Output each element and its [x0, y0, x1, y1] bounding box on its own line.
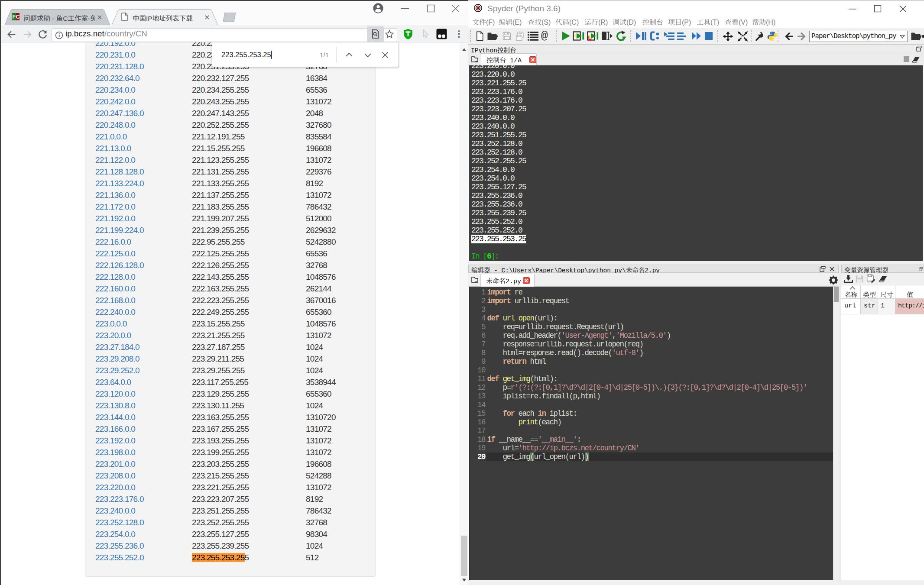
svg-text:F: F [13, 14, 16, 20]
svg-text:C: C [16, 14, 19, 20]
